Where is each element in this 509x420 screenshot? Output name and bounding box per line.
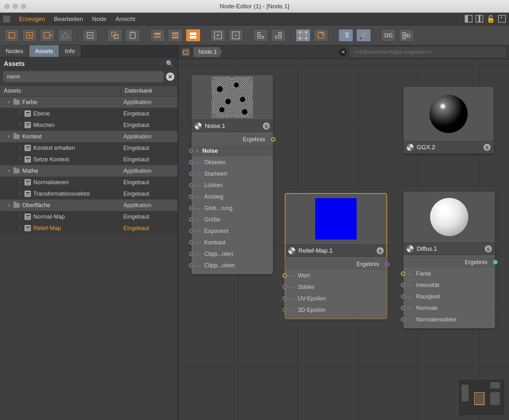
solo-badge[interactable]: S bbox=[484, 144, 491, 151]
port-in[interactable] bbox=[189, 149, 193, 153]
port-in[interactable] bbox=[401, 317, 405, 322]
param-row[interactable]: —Startwert bbox=[192, 168, 273, 179]
param-row[interactable]: —Kontrast bbox=[192, 237, 273, 248]
assets-tree[interactable]: ▼FarbeApplikation└EbeneEingebaut└Mischen… bbox=[0, 96, 178, 420]
tree-item[interactable]: └Normal-MapEingebaut bbox=[0, 211, 178, 222]
param-row[interactable]: —Oktaven bbox=[192, 157, 273, 168]
tree-item[interactable]: └Setze KontextEingebaut bbox=[0, 154, 178, 165]
port-out[interactable] bbox=[385, 262, 389, 266]
tool-paste[interactable] bbox=[125, 29, 140, 42]
param-row[interactable]: —Exponent bbox=[192, 225, 273, 237]
solo-badge[interactable]: S bbox=[263, 122, 270, 130]
menu-bearbeiten[interactable]: Bearbeiten bbox=[54, 16, 83, 23]
port-in[interactable] bbox=[189, 206, 193, 210]
tool-brush[interactable] bbox=[356, 29, 371, 42]
port-in[interactable] bbox=[189, 252, 193, 256]
tool-rows-2[interactable] bbox=[168, 29, 183, 42]
param-row[interactable]: —Normalenstärke bbox=[403, 314, 495, 325]
port-in[interactable] bbox=[282, 273, 287, 278]
node-diffus[interactable]: Diffus.1 S Ergebnis —Farbe—Intensität—Ra… bbox=[403, 192, 495, 328]
search-input[interactable] bbox=[3, 71, 164, 82]
tree-item[interactable]: └Relief-MapEingebaut bbox=[0, 222, 178, 234]
port-in[interactable] bbox=[401, 306, 405, 310]
tool-align-2[interactable] bbox=[271, 29, 286, 42]
tool-arrange-h[interactable] bbox=[381, 29, 396, 42]
output-ergebnis[interactable]: Ergebnis bbox=[285, 258, 387, 270]
tree-item[interactable]: └NormalisierenEingebaut bbox=[0, 177, 178, 188]
port-in[interactable] bbox=[189, 183, 193, 187]
port-out[interactable] bbox=[271, 137, 275, 142]
param-row[interactable]: —3D-Epsilon bbox=[285, 304, 387, 316]
port-out[interactable] bbox=[493, 260, 498, 264]
node-relief-map[interactable]: Relief-Map.1 S Ergebnis —Wert—Stärke—UV-… bbox=[285, 193, 387, 319]
param-row[interactable]: —Anstieg bbox=[192, 191, 273, 202]
tool-asset[interactable] bbox=[58, 29, 73, 42]
tool-arrange-v[interactable] bbox=[399, 29, 414, 42]
menu-ansicht[interactable]: Ansicht bbox=[115, 16, 135, 23]
output-ergebnis[interactable]: Ergebnis bbox=[403, 256, 495, 268]
group-noise[interactable]: ▼ Noise bbox=[192, 145, 273, 157]
add-panel-icon[interactable] bbox=[498, 15, 506, 23]
port-in[interactable] bbox=[189, 263, 193, 268]
tree-item[interactable]: └Kontext erhaltenEingebaut bbox=[0, 142, 178, 154]
port-in[interactable] bbox=[282, 285, 287, 289]
port-in[interactable] bbox=[189, 160, 193, 164]
tab-info[interactable]: Info bbox=[59, 45, 81, 57]
solo-badge[interactable]: S bbox=[485, 245, 492, 252]
port-in[interactable] bbox=[189, 172, 193, 176]
search-icon[interactable]: 🔍 bbox=[166, 60, 174, 67]
node-diffus-title[interactable]: Diffus.1 S bbox=[403, 242, 495, 255]
port-in[interactable] bbox=[401, 283, 405, 287]
param-row[interactable]: —Clipp...nten bbox=[192, 248, 273, 260]
param-row[interactable]: —Normale bbox=[403, 302, 495, 314]
port-in[interactable] bbox=[189, 194, 193, 199]
node-ggx[interactable]: GGX.2 S bbox=[403, 87, 494, 154]
node-relief-title[interactable]: Relief-Map.1 S bbox=[285, 244, 387, 257]
param-row[interactable]: —Größe bbox=[192, 214, 273, 225]
tree-item[interactable]: └TransformationsvektorEingebaut bbox=[0, 188, 178, 200]
port-in[interactable] bbox=[401, 271, 405, 276]
solo-badge[interactable]: S bbox=[377, 247, 384, 254]
clear-filter-button[interactable]: ✕ bbox=[339, 48, 347, 56]
param-row[interactable]: —Lücken bbox=[192, 179, 273, 191]
tool-snap[interactable] bbox=[314, 29, 328, 42]
tree-item[interactable]: └EbeneEingebaut bbox=[0, 108, 178, 119]
port-in[interactable] bbox=[401, 294, 405, 299]
lock-icon[interactable]: 🔓 bbox=[486, 15, 495, 23]
param-row[interactable]: —Clipp...oben bbox=[192, 260, 273, 271]
tree-category[interactable]: ▼FarbeApplikation bbox=[0, 96, 178, 108]
material-icon[interactable] bbox=[181, 48, 190, 57]
param-row[interactable]: —Stärke bbox=[285, 281, 387, 293]
node-canvas[interactable]: Noise.1 S Ergebnis ▼ Noise —Oktaven—Star… bbox=[178, 59, 509, 420]
port-in[interactable] bbox=[189, 240, 193, 245]
col-datenbank[interactable]: Datenbank bbox=[121, 86, 178, 96]
node-noise-title[interactable]: Noise.1 S bbox=[192, 120, 273, 132]
tool-rows-3[interactable] bbox=[186, 29, 200, 42]
clear-search-button[interactable]: ✕ bbox=[166, 73, 174, 81]
tool-new-node[interactable]: + bbox=[4, 29, 19, 42]
tree-category[interactable]: ▼KontextApplikation bbox=[0, 131, 178, 142]
col-assets[interactable]: Assets bbox=[0, 86, 121, 96]
node-ggx-title[interactable]: GGX.2 S bbox=[403, 141, 494, 154]
port-in[interactable] bbox=[189, 217, 193, 222]
port-in[interactable] bbox=[189, 229, 193, 233]
breadcrumb-node[interactable]: Node.1 bbox=[193, 47, 222, 57]
port-in[interactable] bbox=[282, 308, 287, 312]
tool-node-in[interactable] bbox=[22, 29, 37, 42]
layout-left-icon[interactable] bbox=[465, 15, 472, 23]
tree-category[interactable]: ▼OberflächeApplikation bbox=[0, 200, 178, 211]
tool-node-out[interactable] bbox=[40, 29, 55, 42]
port-in[interactable] bbox=[282, 296, 287, 301]
tool-list[interactable] bbox=[338, 29, 353, 42]
tool-frame[interactable] bbox=[296, 29, 310, 42]
tab-nodes[interactable]: Nodes bbox=[0, 45, 29, 57]
tab-assets[interactable]: Assets bbox=[29, 45, 59, 57]
param-row[interactable]: —UV-Epsilon bbox=[285, 293, 387, 304]
menu-node[interactable]: Node bbox=[92, 16, 106, 23]
tool-copy[interactable] bbox=[108, 29, 122, 42]
minimap[interactable] bbox=[459, 380, 504, 415]
layout-center-icon[interactable] bbox=[476, 15, 483, 23]
tool-align-1[interactable] bbox=[253, 29, 268, 42]
param-row[interactable]: —Farbe bbox=[403, 268, 495, 279]
tool-import[interactable] bbox=[83, 29, 97, 42]
